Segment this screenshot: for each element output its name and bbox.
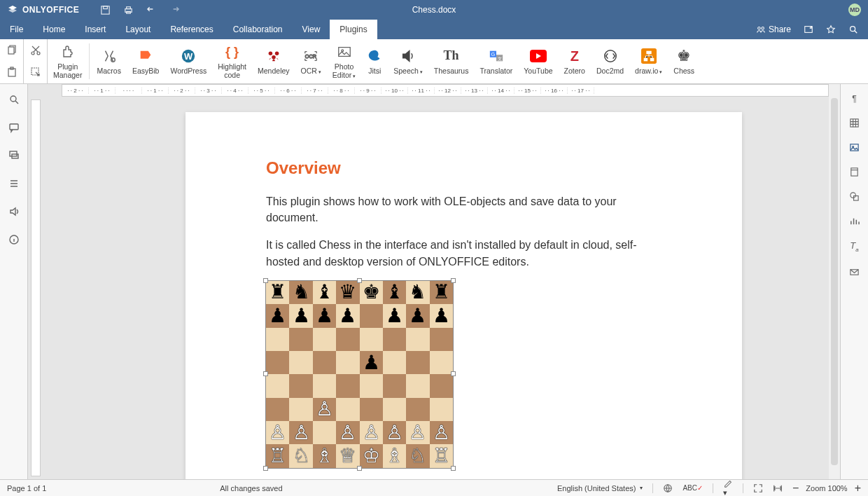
chess-ole-object[interactable]: ♜♞♝♛♚♝♞♜♟♟♟♟♟♟♟♟♙♙♙♙♙♙♙♙♖♘♗♕♔♗♘♖ — [266, 281, 453, 468]
svg-text:G: G — [491, 51, 495, 57]
textart-settings-icon[interactable]: Ta — [850, 240, 858, 253]
horizontal-ruler: · · 2 · ·· · 1 · ·· · · ·· · 1 · ·· · 2 … — [62, 84, 829, 97]
plugin-jitsi[interactable]: Jitsi — [361, 39, 388, 83]
plugin-thesaurus[interactable]: ThThesaurus — [428, 39, 475, 83]
chat-icon[interactable] — [8, 150, 20, 161]
find-icon[interactable] — [8, 94, 20, 105]
page-status: Page 1 of 1 — [7, 484, 46, 492]
redo-icon[interactable] — [169, 5, 180, 15]
plugin-wordpress[interactable]: WWordPress — [164, 39, 212, 83]
track-changes-icon[interactable]: ▾ — [723, 478, 733, 496]
svg-text:OCR: OCR — [305, 53, 316, 60]
plugin-easybib[interactable]: EasyBib — [127, 39, 165, 83]
svg-text:文: 文 — [497, 56, 501, 61]
menu-view[interactable]: View — [293, 20, 330, 39]
svg-rect-10 — [8, 69, 15, 76]
share-button[interactable]: Share — [756, 25, 791, 34]
svg-rect-33 — [650, 58, 654, 62]
svg-rect-9 — [8, 47, 14, 54]
svg-point-23 — [341, 50, 343, 52]
language-selector[interactable]: English (United States) ▾ — [557, 484, 643, 492]
svg-rect-35 — [10, 124, 18, 130]
zoom-level[interactable]: Zoom 100% — [806, 484, 847, 492]
zoom-in-button[interactable]: + — [855, 482, 861, 495]
svg-rect-40 — [850, 144, 858, 151]
menu-references[interactable]: References — [160, 20, 223, 39]
chart-settings-icon[interactable] — [849, 216, 860, 226]
plugins-ribbon: Plugin Manager MacrosEasyBibWWordPress{ … — [0, 39, 868, 84]
plugin-highlight-code[interactable]: { }Highlight code — [212, 39, 252, 83]
paste-icon[interactable] — [0, 62, 23, 84]
about-icon[interactable] — [8, 234, 20, 245]
svg-point-34 — [10, 96, 16, 102]
copy-icon[interactable] — [0, 39, 23, 62]
menu-file[interactable]: File — [0, 20, 33, 39]
menu-plugins[interactable]: Plugins — [330, 20, 377, 39]
svg-point-13 — [37, 52, 40, 55]
fit-page-icon[interactable] — [753, 483, 763, 493]
svg-rect-32 — [643, 58, 648, 62]
svg-rect-31 — [646, 51, 651, 55]
resize-handle[interactable] — [357, 466, 362, 471]
search-icon[interactable] — [848, 25, 858, 34]
right-sidebar: ¶ Ta — [840, 84, 868, 479]
open-location-icon[interactable] — [804, 25, 813, 34]
document-canvas[interactable]: · · 2 · ·· · 1 · ·· · · ·· · 1 · ·· · 2 … — [28, 84, 840, 479]
menu-bar: FileHomeInsertLayoutReferencesCollaborat… — [0, 20, 868, 39]
select-all-icon[interactable] — [24, 62, 47, 84]
favorite-icon[interactable] — [826, 25, 836, 34]
paragraph-1: This plugin shows how to work with OLE-o… — [266, 193, 662, 226]
menu-collaboration[interactable]: Collaboration — [223, 20, 293, 39]
resize-handle[interactable] — [451, 466, 456, 471]
cut-icon[interactable] — [24, 39, 47, 62]
set-doc-lang-icon[interactable] — [663, 483, 673, 493]
plugin-ocr[interactable]: OCROCR ▾ — [295, 39, 327, 83]
shape-settings-icon[interactable] — [849, 191, 860, 202]
paragraph-settings-icon[interactable]: ¶ — [852, 94, 856, 104]
menu-insert[interactable]: Insert — [75, 20, 115, 39]
undo-icon[interactable] — [146, 5, 157, 15]
svg-rect-42 — [851, 168, 858, 176]
plugin-speech[interactable]: Speech ▾ — [388, 39, 428, 83]
plugin-youtube[interactable]: YouTube — [518, 39, 558, 83]
fit-width-icon[interactable] — [773, 483, 783, 493]
left-sidebar — [0, 84, 28, 479]
resize-handle[interactable] — [263, 466, 268, 471]
plugin-translator[interactable]: G文Translator — [474, 39, 518, 83]
plugin-photo-editor[interactable]: Photo Editor ▾ — [327, 39, 361, 83]
menu-layout[interactable]: Layout — [115, 20, 160, 39]
header-footer-icon[interactable] — [849, 167, 860, 177]
plugin-macros[interactable]: Macros — [91, 39, 126, 83]
zoom-out-button[interactable]: − — [792, 482, 799, 495]
svg-text:W: W — [184, 51, 193, 62]
svg-point-43 — [850, 193, 856, 198]
save-icon[interactable] — [100, 5, 111, 15]
image-settings-icon[interactable] — [849, 142, 860, 153]
plugin-mendeley[interactable]: Mendeley — [252, 39, 295, 83]
print-icon[interactable] — [123, 5, 134, 15]
resize-handle[interactable] — [357, 278, 362, 283]
menu-home[interactable]: Home — [33, 20, 75, 39]
plugin-zotero[interactable]: ZZotero — [559, 39, 591, 83]
document-page: Overview This plugin shows how to work w… — [186, 112, 742, 479]
comments-icon[interactable] — [8, 122, 20, 133]
mailmerge-settings-icon[interactable] — [849, 267, 860, 277]
spellcheck-icon[interactable]: ABC✓ — [682, 484, 703, 492]
resize-handle[interactable] — [451, 278, 456, 283]
user-avatar[interactable]: MD — [848, 4, 861, 16]
status-bar: Page 1 of 1 All changes saved English (U… — [0, 479, 868, 496]
feedback-audio-icon[interactable] — [8, 206, 20, 217]
plugin-draw.io[interactable]: draw.io ▾ — [629, 39, 668, 83]
plugin-doc2md[interactable]: Doc2md — [591, 39, 629, 83]
resize-handle[interactable] — [263, 278, 268, 283]
plugin-chess[interactable]: ♚Chess — [668, 39, 700, 83]
vertical-scrollbar[interactable] — [829, 84, 840, 479]
navigation-icon[interactable] — [8, 178, 20, 189]
svg-point-18 — [268, 52, 272, 56]
svg-rect-1 — [104, 6, 108, 8]
resize-handle[interactable] — [451, 371, 456, 376]
svg-point-5 — [758, 27, 761, 30]
table-settings-icon[interactable] — [849, 118, 860, 128]
resize-handle[interactable] — [263, 371, 268, 376]
plugin-manager-button[interactable]: Plugin Manager — [48, 39, 88, 83]
